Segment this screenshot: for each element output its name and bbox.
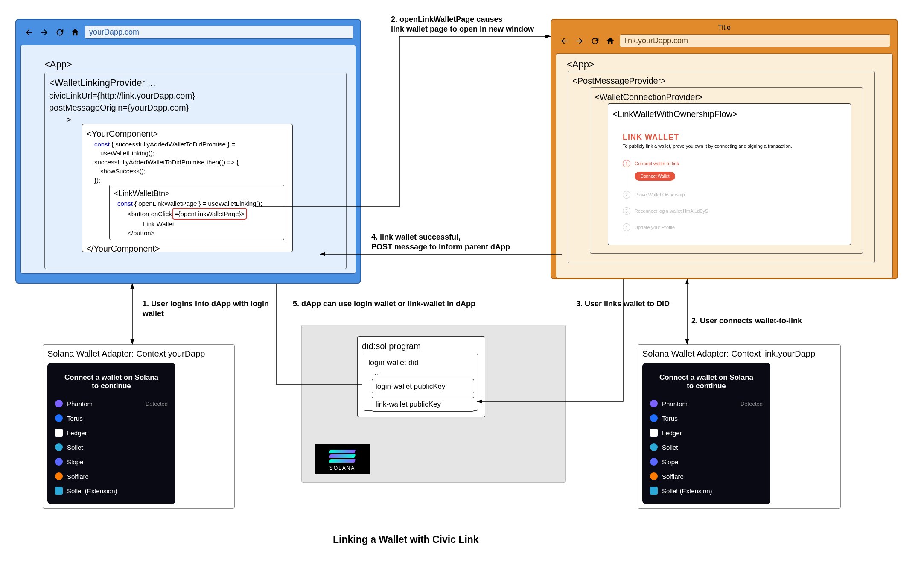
wallet-icon	[55, 400, 63, 407]
wallet-row[interactable]: Solflare	[53, 469, 169, 483]
lwb-label: <LinkWalletBtn>	[114, 188, 280, 199]
wallet-name: Slope	[67, 458, 83, 466]
pmp-label: <PostMessageProvider>	[572, 75, 870, 87]
solana-logo: SOLANA	[315, 444, 370, 474]
wallet-detected-label: Detected	[146, 401, 168, 407]
login-wallet-did: login wallet did	[368, 357, 473, 368]
yc-open: <YourComponent>	[87, 128, 288, 140]
annotation-4: 4. link wallet successful,POST message t…	[371, 232, 559, 252]
lwof-label: <LinkWalletWithOwnershipFlow>	[612, 108, 846, 120]
wallet-name: Sollet (Extension)	[67, 487, 117, 495]
url-bar-right[interactable]: link.yourDapp.com	[620, 34, 890, 47]
browser-toolbar-right: link.yourDapp.com	[556, 32, 893, 49]
wallet-icon	[650, 414, 658, 422]
wallet-name: Solflare	[662, 473, 684, 480]
url-bar-left[interactable]: yourDapp.com	[85, 26, 353, 39]
didsol-container: did:sol program login wallet did ... log…	[301, 325, 566, 483]
wallet-row[interactable]: Slope	[53, 454, 169, 469]
code-l2: useWalletLinking();	[100, 149, 288, 158]
lw-step4: Update your Profile	[635, 225, 675, 230]
wallet-row[interactable]: PhantomDetected	[53, 396, 169, 411]
lw-step2: Prove Wallet Ownership	[635, 192, 685, 197]
code-l4: showSuccess();	[100, 167, 288, 176]
app-label-left: <App>	[44, 59, 72, 70]
wallet-icon	[55, 429, 63, 437]
wallet-adapter-right-panel: Connect a wallet on Solana to continue P…	[642, 363, 770, 504]
wallet-icon	[55, 414, 63, 422]
wallet-name: Slope	[662, 458, 678, 466]
back-icon	[23, 26, 35, 38]
wallet-icon	[55, 472, 63, 480]
wallet-row[interactable]: Ledger	[648, 425, 764, 440]
browser-title-right: Title	[556, 24, 893, 32]
annotation-2b: 2. User connects wallet-to-link	[691, 316, 802, 326]
lw-step3: Reconnect login wallet HmAiLdByS	[635, 208, 708, 214]
wallet-adapter-left: Solana Wallet Adapter: Context yourDapp …	[43, 344, 235, 509]
link-wallet-sub: To publicly link a wallet, prove you own…	[623, 144, 836, 149]
link-wallet-pk: link-wallet publicKey	[376, 400, 441, 408]
reload-icon	[589, 35, 601, 47]
login-wallet-ellipsis: ...	[374, 368, 473, 378]
wallet-row[interactable]: PhantomDetected	[648, 396, 764, 411]
lwb-btn-open-b: ={openLinkWalletPage}>	[172, 208, 248, 220]
wallet-name: Phantom	[662, 400, 688, 407]
code-const-1: const	[94, 141, 110, 148]
lwb-btn-open-a: <button onClick	[128, 210, 172, 217]
home-icon	[69, 26, 81, 38]
wallet-icon	[55, 487, 63, 495]
link-wallet-pk-box: link-wallet publicKey	[372, 397, 474, 412]
wallet-name: Sollet	[67, 444, 83, 451]
wallet-adapter-right: Solana Wallet Adapter: Context link.your…	[638, 344, 841, 509]
app-label-right: <App>	[567, 59, 595, 70]
didsol-box: did:sol program login wallet did ... log…	[357, 336, 485, 417]
home-icon	[604, 35, 616, 47]
code-l1: { successfullyAddedWalletToDidPromise } …	[110, 141, 235, 148]
wallet-row[interactable]: Sollet (Extension)	[53, 483, 169, 498]
wallet-row[interactable]: Torus	[648, 411, 764, 425]
wallet-list-left: PhantomDetectedTorusLedgerSolletSlopeSol…	[53, 396, 169, 498]
annotation-1: 1. User logins into dApp with login wall…	[143, 299, 279, 319]
wallet-icon	[650, 443, 658, 451]
login-wallet-pk-box: login-wallet publicKey	[372, 379, 474, 394]
code-l3: successfullyAddedWalletToDidPromise.then…	[94, 158, 288, 167]
wallet-row[interactable]: Torus	[53, 411, 169, 425]
wlp-pm: postMessageOrigin={yourDapp.com}	[49, 102, 342, 114]
forward-icon	[38, 26, 50, 38]
code-l5: });	[94, 176, 288, 185]
wallet-row[interactable]: Sollet (Extension)	[648, 483, 764, 498]
lwb-code1: { openLinkWalletPage } = useWalletLinkin…	[133, 200, 262, 207]
reload-icon	[54, 26, 66, 38]
wallet-detected-label: Detected	[740, 401, 763, 407]
wallet-icon	[650, 400, 658, 407]
wallet-row[interactable]: Slope	[648, 454, 764, 469]
lw-step1: Connect wallet to link	[635, 161, 679, 166]
wallet-adapter-head-left: Connect a wallet on Solana to continue	[53, 369, 169, 396]
back-icon	[558, 35, 570, 47]
connect-wallet-button[interactable]: Connect Wallet	[635, 172, 675, 181]
wallet-row[interactable]: Sollet	[648, 440, 764, 454]
wlp-open: <WalletLinkingProvider ...	[49, 76, 342, 90]
wallet-name: Sollet (Extension)	[662, 487, 712, 495]
wallet-row[interactable]: Ledger	[53, 425, 169, 440]
wallet-adapter-left-title: Solana Wallet Adapter: Context yourDapp	[47, 349, 230, 359]
link-wallet-btn-box: <LinkWalletBtn> const { openLinkWalletPa…	[109, 185, 284, 240]
yc-close: </YourComponent>	[86, 243, 160, 255]
wallet-name: Sollet	[662, 444, 678, 451]
wallet-row[interactable]: Sollet	[53, 440, 169, 454]
wallet-name: Torus	[67, 415, 83, 422]
wallet-name: Torus	[662, 415, 678, 422]
annotation-2a: 2. openLinkWalletPage causeslink wallet …	[391, 15, 545, 35]
wallet-adapter-left-panel: Connect a wallet on Solana to continue P…	[47, 363, 175, 504]
wallet-name: Ledger	[662, 429, 682, 437]
wallet-adapter-right-title: Solana Wallet Adapter: Context link.your…	[642, 349, 836, 359]
diagram-caption: Linking a Wallet with Civic Link	[333, 534, 479, 545]
wallet-name: Phantom	[67, 400, 93, 407]
wallet-row[interactable]: Solflare	[648, 469, 764, 483]
wallet-icon	[650, 458, 658, 466]
wallet-name: Solflare	[67, 473, 89, 480]
wallet-icon	[55, 443, 63, 451]
wlp-civic: civicLinkUrl={http://link.yourDapp.com}	[49, 90, 342, 102]
login-wallet-did-box: login wallet did ... login-wallet public…	[364, 354, 478, 411]
link-wallet-title: LINK WALLET	[623, 133, 836, 142]
lwb-btn-text: Link Wallet	[143, 220, 280, 229]
